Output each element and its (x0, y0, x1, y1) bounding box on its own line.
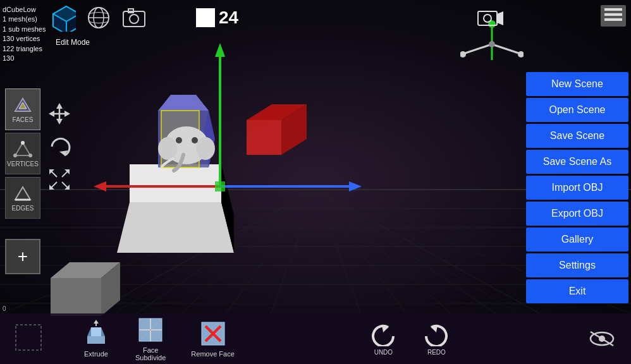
scale-tool-icon[interactable] (47, 167, 72, 192)
svg-point-65 (130, 15, 138, 23)
svg-marker-25 (117, 202, 234, 253)
add-object-button[interactable]: + (5, 239, 40, 274)
info-panel: dCubeLow 1 mesh(es) 1 sub meshes 130 ver… (3, 5, 46, 63)
bottom-coordinate: 0 (3, 305, 6, 312)
svg-marker-101 (101, 327, 105, 336)
face-subdivide-icon (137, 316, 164, 344)
svg-point-38 (176, 137, 182, 143)
camera-button[interactable] (477, 8, 505, 32)
svg-marker-86 (49, 111, 54, 117)
svg-point-52 (518, 51, 524, 58)
export-obj-button[interactable]: Export OBJ (526, 202, 628, 226)
svg-point-50 (460, 51, 466, 58)
undo-label: UNDO (374, 349, 393, 356)
edges-label: EDGES (11, 205, 34, 212)
svg-marker-45 (349, 181, 362, 191)
edges-mode-btn[interactable]: EDGES (5, 177, 40, 219)
visibility-toggle[interactable] (585, 327, 618, 351)
mesh-name: dCubeLow (3, 5, 46, 15)
add-icon: + (18, 246, 28, 267)
top-toolbar (51, 5, 147, 30)
svg-point-37 (196, 137, 215, 160)
edit-mode-label: Edit Mode (56, 38, 90, 47)
remove-face-icon (199, 320, 227, 348)
svg-marker-41 (215, 43, 225, 57)
face-subdivide-tool[interactable]: Face Subdivide (135, 316, 166, 361)
svg-point-77 (13, 154, 17, 157)
screenshot-icon[interactable] (121, 5, 147, 30)
svg-line-49 (463, 44, 492, 54)
sub-mesh: 1 sub meshes (3, 25, 46, 34)
vertices-mode-btn[interactable]: VERTICES (5, 133, 40, 174)
svg-point-79 (28, 154, 32, 157)
svg-point-36 (158, 137, 177, 160)
import-obj-button[interactable]: Import OBJ (526, 176, 628, 200)
svg-marker-84 (56, 119, 63, 124)
svg-rect-22 (247, 120, 281, 155)
save-scene-button[interactable]: Save Scene (526, 124, 628, 148)
move-tool-icon[interactable] (47, 101, 72, 126)
remove-face-tool[interactable]: Remove Face (191, 320, 234, 358)
svg-rect-98 (87, 336, 105, 344)
svg-point-39 (192, 137, 198, 143)
svg-marker-103 (94, 320, 99, 324)
hamburger-menu[interactable] (601, 5, 626, 27)
faces-label: FACES (13, 116, 34, 123)
svg-marker-87 (64, 111, 70, 117)
viewport: dCubeLow 1 mesh(es) 1 sub meshes 130 ver… (0, 0, 631, 364)
svg-point-78 (21, 141, 25, 145)
svg-marker-43 (94, 181, 106, 191)
redo-label: REDO (427, 349, 446, 356)
face-subdivide-label: Face Subdivide (135, 346, 166, 361)
right-menu: New Scene Open Scene Save Scene Save Sce… (524, 70, 631, 306)
edit-mode-icon[interactable] (51, 5, 76, 30)
svg-rect-70 (604, 8, 622, 11)
svg-rect-97 (16, 325, 41, 350)
left-tools (47, 101, 72, 192)
frame-square (196, 8, 215, 27)
redo-button[interactable]: REDO (422, 322, 450, 356)
triangle-count: 122 triangles (3, 44, 46, 54)
selection-indicator (13, 322, 44, 356)
svg-marker-29 (158, 95, 209, 111)
undo-button[interactable]: UNDO (369, 322, 397, 356)
exit-button[interactable]: Exit (526, 279, 628, 303)
svg-marker-83 (56, 103, 63, 109)
svg-line-51 (492, 44, 520, 54)
left-mode-panel: FACES VERTICES EDGES (5, 88, 40, 219)
settings-button[interactable]: Settings (526, 253, 628, 277)
svg-rect-71 (604, 13, 622, 16)
vertices-label: VERTICES (7, 161, 39, 167)
faces-mode-btn[interactable]: FACES (5, 88, 40, 130)
extrude-label: Extrude (84, 350, 108, 358)
save-scene-as-button[interactable]: Save Scene As (526, 150, 628, 174)
extra-count: 130 (3, 54, 46, 63)
svg-point-69 (484, 15, 491, 22)
extrude-tool[interactable]: Extrude (82, 320, 110, 358)
rotate-tool-icon[interactable] (47, 134, 72, 159)
remove-face-label: Remove Face (191, 350, 234, 358)
global-mode-icon[interactable] (86, 5, 111, 30)
svg-marker-68 (497, 11, 503, 25)
extrude-icon (82, 320, 110, 348)
svg-marker-80 (15, 187, 30, 200)
svg-rect-72 (604, 18, 622, 21)
svg-marker-100 (87, 327, 91, 336)
frame-number: 24 (219, 8, 238, 28)
new-scene-button[interactable]: New Scene (526, 72, 628, 96)
svg-rect-67 (478, 11, 497, 25)
frame-counter: 24 (196, 8, 238, 28)
bottom-toolbar: Extrude Face Subdivide (0, 313, 631, 364)
open-scene-button[interactable]: Open Scene (526, 98, 628, 122)
svg-rect-46 (215, 181, 225, 191)
mesh-count: 1 mesh(es) (3, 15, 46, 24)
svg-rect-64 (123, 11, 145, 27)
svg-marker-32 (51, 278, 101, 316)
svg-point-53 (489, 41, 495, 47)
svg-rect-99 (91, 327, 101, 336)
gallery-button[interactable]: Gallery (526, 228, 628, 252)
vertex-count: 130 vertices (3, 34, 46, 44)
